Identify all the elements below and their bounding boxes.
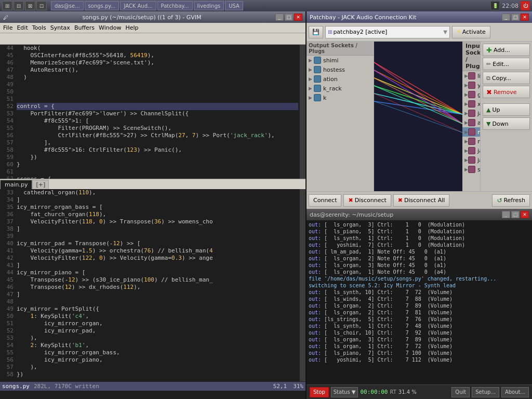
patchbay-input-item-jack_rack[interactable]: ▶ jack_rack [462,155,480,165]
terminal-line: file '/home/das/music/setup/songs.py' ch… [309,275,530,282]
patchbay-minimize-btn[interactable]: _ [502,14,510,21]
up-button[interactable]: ▲ Up [483,103,530,116]
lightning-icon: ⚡ [457,29,461,35]
patchbay-output-item-k[interactable]: ▶ k [307,93,374,102]
disconnect-x-icon: ✖ [348,197,353,204]
gvim-status-info: 282L, 7170C written [34,383,99,390]
taskbar-item-songs[interactable]: songs.py... [85,1,119,10]
gvim-scrollbar-upper[interactable] [299,45,305,179]
terminal-minimize-btn[interactable]: _ [502,211,510,218]
audio-icon [314,85,321,92]
patchbay-output-item-ation[interactable]: ▶ ation [307,74,374,84]
edit-button[interactable]: ✏ Edit... [483,58,530,70]
player-time: 00:00:00 [360,389,388,395]
patchbay-input-item-system[interactable]: ▶ system [462,165,480,174]
patchbay-input-item-audiofire_jack[interactable]: ▶ audiofire_jack [462,118,480,127]
output-item-label: hostess [323,66,345,73]
midi-icon [468,147,475,154]
patchbay-input-item-ghostess[interactable]: ▶ ghostess [462,90,480,99]
gvim-tab-plus[interactable]: [+] [32,180,49,189]
terminal-line: out: [ ls_piano, 5] Ctrl: 1 0 (Modulatio… [309,228,530,235]
terminal-panel: das@serenity: ~/music/setup _ □ ✕ out: [… [307,209,532,399]
gvim-menu-syntax[interactable]: Syntax [48,24,72,31]
disconnect-button[interactable]: ✖ Disconnect [343,194,391,207]
midi-icon [468,82,475,89]
stop-button[interactable]: Stop [310,387,329,397]
gvim-code-lower[interactable]: cathedral_organ(110),]icy_mirror_organ_b… [16,189,299,381]
patchbay-input-item-linuxsampler[interactable]: ▶ linuxsampler [462,71,480,81]
midi-icon [468,128,475,136]
patchbay-input-item-jack_rack_control[interactable]: ▶ jack_rack_control [462,109,480,118]
terminal-title: das@serenity: ~/music/setup [310,211,393,218]
status-dropdown[interactable]: Status ▼ [331,387,358,397]
patchbay-input-item-mididings_upper[interactable]: ▶ mididings_upper [462,127,480,137]
gvim-maximize-btn[interactable]: □ [285,14,293,21]
up-arrow-icon: ▲ [486,107,490,113]
gvim-tab-main[interactable]: main.py [0,180,32,189]
refresh-button[interactable]: ↺ Refresh [492,194,530,207]
gvim-close-btn[interactable]: ✕ [294,14,302,21]
about-button[interactable]: About... [501,387,529,397]
down-button[interactable]: ▼ Down [483,117,530,130]
terminal-close-btn[interactable]: ✕ [521,211,529,218]
save-button[interactable]: 💾 Activate [309,26,323,38]
gvim-menubar: File Edit Tools Syntax Buffers Window He… [0,23,305,33]
taskbar-icon-2[interactable]: ⊟ [14,1,24,10]
tree-arrow-icon: ▶ [309,76,314,82]
terminal-line: out: [ls_strings, 5] Ctrl: 7 76 (Volume) [309,316,530,323]
tree-arrow-icon: ▶ [309,58,314,63]
taskbar-item-livedings[interactable]: livedings [194,1,224,10]
patchbay-title: Patchbay - JACK Audio Connection Kit [310,14,416,21]
disconnect-all-button[interactable]: ✖ Disconnect All [393,194,449,207]
patchbay-input-item-xstation[interactable]: ▶ xstation [462,99,480,109]
add-label: Add... [494,47,510,54]
svg-line-3 [374,86,462,114]
svg-line-9 [374,86,462,124]
copy-button[interactable]: ⧉ Copy... [483,72,530,84]
patchbay-output-item-hostess[interactable]: ▶ hostess [307,65,374,74]
patchbay-input-item-jack_oscrolloscope[interactable]: ▶ jack_oscrolloscope [462,146,480,155]
patchbay-output-item-k_rack[interactable]: ▶ k_rack [307,84,374,93]
gvim-menu-window[interactable]: Window [97,24,123,31]
patchbay-profile-dropdown[interactable]: ⊞ patchbay2 [active] ▼ [325,26,450,38]
tree-arrow-icon: ▶ [464,157,468,163]
right-panel: Patchbay - JACK Audio Connection Kit _ □… [307,11,532,399]
gvim-menu-file[interactable]: File [1,24,15,31]
remove-button[interactable]: ✖ Remove [483,86,530,98]
patchbay-input-item-yoshimi[interactable]: ▶ yoshimi [462,81,480,90]
taskbar-item-jack[interactable]: JACK Aud... [120,1,156,10]
connect-button[interactable]: Connect [309,194,341,207]
output-item-label: k_rack [323,85,342,92]
patchbay-output-item-shimi[interactable]: ▶ shimi [307,56,374,65]
gvim-scrollbar-lower[interactable] [299,189,305,381]
refresh-icon: ↺ [497,197,502,204]
patchbay-titlebar: Patchbay - JACK Audio Connection Kit _ □… [307,11,532,23]
tree-arrow-icon: ▶ [464,139,468,144]
gvim-code-upper[interactable]: hook( OSCInterface(#f8c555">56418, 56419… [16,45,299,179]
gvim-menu-tools[interactable]: Tools [30,24,48,31]
gvim-minimize-btn[interactable]: _ [275,14,284,21]
gvim-menu-buffers[interactable]: Buffers [72,24,97,31]
patchbay-close-btn[interactable]: ✕ [521,14,529,21]
terminal-line: out: [ ls_organ, 3] Ctrl: 1 0 (Modulatio… [309,221,530,228]
taskbar-power-icon[interactable]: ⏻ [521,1,530,10]
add-button[interactable]: ✚ Add... [483,44,530,56]
output-item-label: shimi [323,57,339,64]
svg-line-6 [374,62,462,124]
midi-icon [468,72,475,79]
patchbay-maximize-btn[interactable]: □ [511,14,520,21]
taskbar-icon-1[interactable]: ⊞ [2,1,12,10]
taskbar-item-usa[interactable]: USA [225,1,243,10]
taskbar-icon-4[interactable]: ⊡ [36,1,47,10]
gvim-menu-help[interactable]: Help [123,24,140,31]
taskbar-item-das[interactable]: das@se... [51,1,84,10]
patchbay-input-item-mididings_lower[interactable]: ▶ mididings_lower [462,137,480,146]
tree-arrow-icon: ▶ [464,111,468,116]
activate-button[interactable]: ⚡ Activate [452,26,490,38]
quit-button[interactable]: Quit [451,387,470,397]
setup-button[interactable]: Setup... [472,387,499,397]
terminal-maximize-btn[interactable]: □ [511,211,520,218]
gvim-menu-edit[interactable]: Edit [15,24,30,31]
taskbar-item-patchbay[interactable]: Patchbay... [157,1,193,10]
taskbar-icon-3[interactable]: ⊠ [25,1,35,10]
